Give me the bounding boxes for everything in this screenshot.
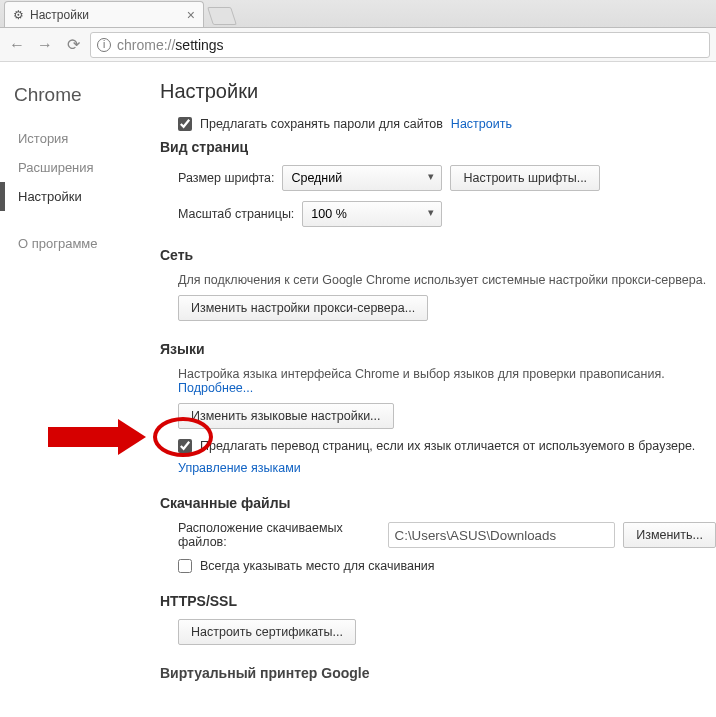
section-downloads: Скачанные файлы Расположение скачиваемых… [160,495,716,573]
main-panel: Настройки Предлагать сохранять пароли дл… [150,62,716,717]
translate-label: Предлагать перевод страниц, если их язык… [200,439,695,453]
section-network: Сеть Для подключения к сети Google Chrom… [160,247,716,321]
network-desc: Для подключения к сети Google Chrome исп… [178,273,716,287]
section-title-appearance: Вид страниц [160,139,716,155]
download-ask-checkbox[interactable] [178,559,192,573]
section-https: HTTPS/SSL Настроить сертификаты... [160,593,716,645]
url-host: chrome:// [117,37,175,53]
back-button[interactable]: ← [6,34,28,56]
section-languages: Языки Настройка языка интерфейса Chrome … [160,341,716,475]
passwords-configure-link[interactable]: Настроить [451,117,512,131]
manage-languages-link[interactable]: Управление языками [178,461,301,475]
languages-desc-text: Настройка языка интерфейса Chrome и выбо… [178,367,665,381]
customize-fonts-button[interactable]: Настроить шрифты... [450,165,600,191]
page-zoom-label: Масштаб страницы: [178,207,294,221]
page-zoom-select[interactable]: 100 % [302,201,442,227]
download-ask-label: Всегда указывать место для скачивания [200,559,435,573]
page-zoom-row: Масштаб страницы: 100 % [178,201,716,227]
url-path: settings [175,37,223,53]
content-area: Chrome История Расширения Настройки О пр… [0,62,716,717]
download-path-input[interactable] [388,522,616,548]
tab-bar: ⚙ Настройки × [0,0,716,28]
font-size-row: Размер шрифта: Средний Настроить шрифты.… [178,165,716,191]
section-title-downloads: Скачанные файлы [160,495,716,511]
section-appearance: Вид страниц Размер шрифта: Средний Настр… [160,139,716,227]
passwords-checkbox[interactable] [178,117,192,131]
sidebar-title: Chrome [14,84,150,106]
reload-button[interactable]: ⟳ [62,34,84,56]
font-size-select[interactable]: Средний [282,165,442,191]
sidebar: Chrome История Расширения Настройки О пр… [0,62,150,717]
language-settings-button[interactable]: Изменить языковые настройки... [178,403,394,429]
translate-row: Предлагать перевод страниц, если их язык… [178,439,716,453]
browser-tab-settings[interactable]: ⚙ Настройки × [4,1,204,27]
browser-toolbar: ← → ⟳ i chrome://settings [0,28,716,62]
download-path-label: Расположение скачиваемых файлов: [178,521,380,549]
passwords-row: Предлагать сохранять пароли для сайтов Н… [178,117,716,131]
sidebar-item-history[interactable]: История [14,124,150,153]
download-path-row: Расположение скачиваемых файлов: Изменит… [178,521,716,549]
new-tab-button[interactable] [207,7,237,25]
section-title-cloudprint: Виртуальный принтер Google [160,665,716,681]
sidebar-item-extensions[interactable]: Расширения [14,153,150,182]
sidebar-item-settings[interactable]: Настройки [14,182,150,211]
languages-desc: Настройка языка интерфейса Chrome и выбо… [178,367,716,395]
section-title-languages: Языки [160,341,716,357]
certificates-button[interactable]: Настроить сертификаты... [178,619,356,645]
info-icon: i [97,38,111,52]
tab-title: Настройки [30,8,89,22]
sidebar-item-about[interactable]: О программе [14,229,150,258]
translate-checkbox[interactable] [178,439,192,453]
gear-icon: ⚙ [13,8,24,22]
font-size-label: Размер шрифта: [178,171,274,185]
section-title-https: HTTPS/SSL [160,593,716,609]
close-icon[interactable]: × [187,7,195,23]
languages-learnmore-link[interactable]: Подробнее... [178,381,253,395]
download-change-button[interactable]: Изменить... [623,522,716,548]
download-ask-row: Всегда указывать место для скачивания [178,559,716,573]
passwords-label: Предлагать сохранять пароли для сайтов [200,117,443,131]
forward-button[interactable]: → [34,34,56,56]
proxy-settings-button[interactable]: Изменить настройки прокси-сервера... [178,295,428,321]
address-bar[interactable]: i chrome://settings [90,32,710,58]
page-title: Настройки [160,80,716,103]
section-title-network: Сеть [160,247,716,263]
